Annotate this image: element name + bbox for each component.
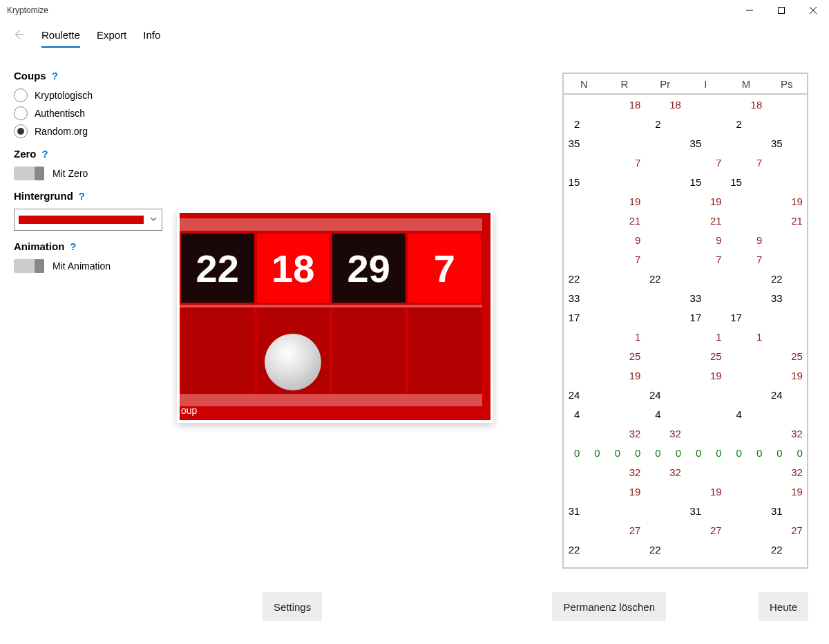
permanence-table: NRPrIMPs 1818182223535357771515151919192… bbox=[562, 73, 808, 569]
col-I: I bbox=[685, 78, 726, 90]
zero-toggle-label: Mit Zero bbox=[53, 168, 88, 179]
cell: 0 bbox=[645, 447, 665, 459]
close-button[interactable] bbox=[797, 0, 829, 21]
table-row: 181818 bbox=[564, 95, 807, 114]
cell: 22 bbox=[766, 544, 786, 556]
cell: 24 bbox=[766, 389, 786, 401]
table-row: 444 bbox=[564, 404, 807, 424]
table-row: 222222 bbox=[564, 269, 807, 288]
cell: 4 bbox=[564, 408, 584, 420]
table-body[interactable]: 1818182223535357771515151919192121219997… bbox=[564, 95, 807, 567]
cell: 0 bbox=[726, 447, 746, 459]
tab-roulette[interactable]: Roulette bbox=[41, 25, 80, 48]
radio-kryptologisch[interactable]: Kryptologisch bbox=[14, 88, 163, 102]
help-icon[interactable]: ? bbox=[70, 240, 76, 252]
animation-toggle[interactable] bbox=[14, 259, 44, 273]
col-R: R bbox=[604, 78, 645, 90]
cell: 27 bbox=[705, 524, 725, 536]
table-row: 333333 bbox=[564, 288, 807, 307]
roulette-number-29: 29 bbox=[332, 234, 406, 303]
table-row: 323232 bbox=[564, 462, 807, 482]
tab-export[interactable]: Export bbox=[97, 25, 126, 48]
track-mid bbox=[180, 305, 482, 307]
cell: 31 bbox=[564, 505, 584, 517]
cell: 25 bbox=[625, 350, 645, 362]
zero-label: Zero bbox=[14, 148, 37, 160]
track-top bbox=[180, 218, 482, 231]
cell: 32 bbox=[625, 466, 645, 478]
section-zero-title: Zero ? bbox=[14, 148, 163, 160]
back-arrow-icon[interactable] bbox=[12, 28, 29, 44]
table-row: 171717 bbox=[564, 307, 807, 327]
background-label: Hintergrund bbox=[14, 190, 73, 202]
cell: 33 bbox=[766, 292, 786, 304]
cell: 27 bbox=[625, 524, 645, 536]
radio-authentisch[interactable]: Authentisch bbox=[14, 106, 163, 120]
zero-toggle-row: Mit Zero bbox=[14, 167, 163, 180]
settings-button[interactable]: Settings bbox=[263, 592, 322, 621]
coup-label-fragment: oup bbox=[180, 405, 197, 416]
cell: 22 bbox=[564, 544, 584, 556]
cell: 9 bbox=[746, 234, 766, 246]
roulette-slot bbox=[408, 308, 482, 394]
cell: 17 bbox=[564, 312, 584, 323]
color-swatch bbox=[19, 216, 144, 224]
section-background-title: Hintergrund ? bbox=[14, 190, 163, 202]
cell: 7 bbox=[625, 254, 645, 265]
cell: 9 bbox=[705, 234, 725, 246]
cell: 25 bbox=[705, 350, 725, 362]
cell: 32 bbox=[625, 428, 645, 439]
today-button[interactable]: Heute bbox=[759, 592, 808, 621]
table-row: 313131 bbox=[564, 501, 807, 520]
cell: 19 bbox=[625, 196, 645, 207]
col-M: M bbox=[726, 78, 767, 90]
cell: 19 bbox=[787, 196, 807, 207]
cell: 22 bbox=[564, 273, 584, 285]
table-row: 191919 bbox=[564, 482, 807, 501]
cell: 2 bbox=[726, 118, 746, 130]
table-row: 777 bbox=[564, 249, 807, 269]
cell: 24 bbox=[564, 389, 584, 401]
col-Pr: Pr bbox=[645, 78, 685, 90]
cell: 0 bbox=[766, 447, 786, 459]
content: 2218297 oup NRPrIMPs 1818182223535357771… bbox=[177, 48, 829, 643]
zero-toggle[interactable] bbox=[14, 167, 44, 180]
track-bottom bbox=[180, 394, 482, 406]
table-row: 242424 bbox=[564, 385, 807, 404]
table-row: 212121 bbox=[564, 211, 807, 230]
radio-label: Random.org bbox=[35, 126, 88, 137]
help-icon[interactable]: ? bbox=[79, 190, 85, 202]
cell: 0 bbox=[685, 447, 705, 459]
cell: 35 bbox=[685, 138, 705, 149]
main: Coups ? KryptologischAuthentischRandom.o… bbox=[0, 48, 829, 643]
cell: 1 bbox=[705, 331, 725, 343]
radio-label: Authentisch bbox=[35, 108, 85, 119]
help-icon[interactable]: ? bbox=[52, 70, 58, 82]
cell: 2 bbox=[645, 118, 665, 130]
cell: 0 bbox=[705, 447, 725, 459]
table-row: 252525 bbox=[564, 346, 807, 366]
cell: 33 bbox=[685, 292, 705, 304]
number-strip: 2218297 bbox=[180, 234, 482, 303]
radio-randomorg[interactable]: Random.org bbox=[14, 124, 163, 138]
maximize-button[interactable] bbox=[765, 0, 797, 21]
cell: 32 bbox=[787, 466, 807, 478]
minimize-button[interactable] bbox=[734, 0, 765, 21]
background-combo[interactable] bbox=[14, 209, 162, 231]
clear-permanence-button[interactable]: Permanenz löschen bbox=[552, 592, 666, 621]
cell: 18 bbox=[665, 99, 685, 111]
cell: 22 bbox=[645, 544, 665, 556]
help-icon[interactable]: ? bbox=[42, 148, 48, 160]
roulette-slot bbox=[332, 308, 406, 394]
table-row: 777 bbox=[564, 153, 807, 172]
cell: 7 bbox=[746, 157, 766, 169]
cell: 0 bbox=[625, 447, 645, 459]
ball-icon bbox=[265, 334, 321, 390]
cell: 33 bbox=[564, 292, 584, 304]
table-row: 191919 bbox=[564, 366, 807, 385]
table-row: 999 bbox=[564, 230, 807, 249]
coups-label: Coups bbox=[14, 70, 46, 82]
tab-info[interactable]: Info bbox=[143, 25, 160, 48]
cell: 15 bbox=[564, 176, 584, 188]
cell: 9 bbox=[625, 234, 645, 246]
